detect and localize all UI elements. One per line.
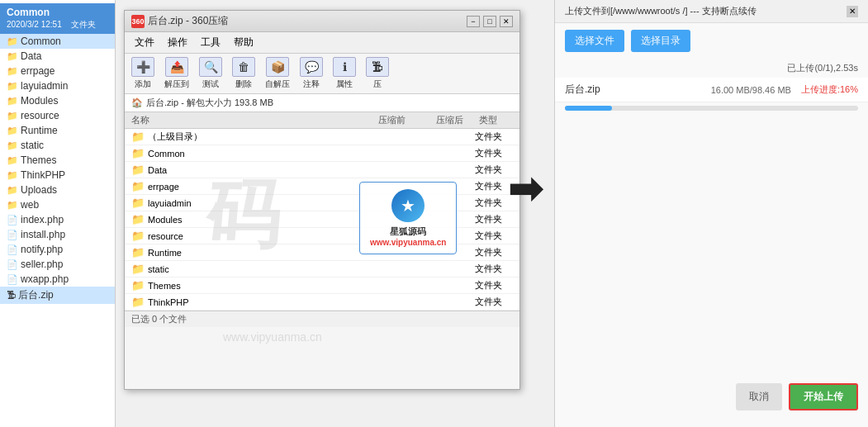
test-icon: 🔍: [199, 57, 222, 77]
zip-file-name: 📁 Data: [131, 164, 348, 176]
tree-item-Themes[interactable]: Themes: [0, 153, 115, 168]
start-upload-button[interactable]: 开始上传: [789, 383, 858, 410]
zip-file-row[interactable]: 📁 Data文件夹: [125, 162, 519, 178]
toolbar-properties-label: 属性: [336, 78, 353, 90]
properties-icon: ℹ: [333, 57, 356, 77]
zip-file-type: 文件夹: [463, 230, 513, 242]
zip-info-text: 已选 0 个文件: [131, 314, 187, 324]
zip-file-row[interactable]: 📁 Modules文件夹: [125, 211, 519, 228]
menu-file[interactable]: 文件: [128, 34, 161, 51]
toolbar-delete[interactable]: 🗑 删除: [232, 57, 255, 90]
col-header-original: 压缩后: [406, 114, 463, 126]
tree-item-Modules[interactable]: Modules: [0, 93, 115, 108]
tree-item-errpage[interactable]: errpage: [0, 64, 115, 78]
upload-file-size: 16.00 MB/98.46 MB: [711, 85, 791, 95]
select-dir-button[interactable]: 选择目录: [631, 30, 690, 52]
toolbar-extract-label: 解压到: [164, 78, 189, 90]
selfextract-icon: 📦: [266, 57, 289, 77]
zip-file-row[interactable]: 📁 layuiadmin文件夹: [125, 195, 519, 211]
left-panel-header: Common 2020/3/2 12:51 文件夹: [0, 3, 115, 34]
zip-file-row[interactable]: 📁 ThinkPHP文件夹: [125, 294, 519, 311]
zip-file-type: 文件夹: [463, 130, 513, 143]
zip-file-name: 📁 resource: [131, 230, 348, 242]
upload-progress-bar-container: [565, 106, 858, 111]
menu-tools[interactable]: 工具: [194, 34, 227, 51]
comment-icon: 💬: [300, 57, 323, 77]
zip-file-row[interactable]: 📁 Runtime文件夹: [125, 244, 519, 261]
zip-pathbar: 🏠 后台.zip - 解包大小力 193.8 MB: [125, 94, 519, 112]
toolbar-extract[interactable]: 📤 解压到: [164, 57, 189, 90]
zip-file-name: 📁 errpage: [131, 180, 348, 192]
zip-file-type: 文件夹: [463, 213, 513, 225]
toolbar-compress[interactable]: 🗜 压: [366, 57, 389, 90]
tree-item-后台-zip[interactable]: 后台.zip: [0, 287, 115, 304]
upload-progress-bar-fill: [565, 106, 612, 111]
zip-menubar: 文件 操作 工具 帮助: [125, 32, 519, 54]
tree-item-layuiadmin[interactable]: layuiadmin: [0, 78, 115, 93]
menu-operation[interactable]: 操作: [161, 34, 194, 51]
tree-item-Runtime[interactable]: Runtime: [0, 123, 115, 138]
close-button[interactable]: ✕: [500, 16, 513, 27]
zip-file-row[interactable]: 📁 （上级目录）文件夹: [125, 129, 519, 145]
select-file-button[interactable]: 选择文件: [565, 30, 624, 52]
toolbar-comment[interactable]: 💬 注释: [300, 57, 323, 90]
tree-item-seller-php[interactable]: seller.php: [0, 257, 115, 272]
upload-buttons-row: 选择文件 选择目录: [555, 23, 868, 59]
tree-item-install-php[interactable]: install.php: [0, 227, 115, 242]
col-header-name: 名称: [131, 114, 348, 126]
toolbar-compress-label: 压: [373, 78, 382, 90]
maximize-button[interactable]: □: [483, 16, 496, 27]
tree-item-Data[interactable]: Data: [0, 49, 115, 64]
zip-file-row[interactable]: 📁 resource文件夹: [125, 228, 519, 244]
zip-titlebar: 360 后台.zip - 360压缩 − □ ✕: [125, 11, 519, 32]
tree-item-wxapp-php[interactable]: wxapp.php: [0, 272, 115, 287]
toolbar-properties[interactable]: ℹ 属性: [333, 57, 356, 90]
zip-path-icon: 🏠: [131, 97, 143, 108]
upload-progress-info: 已上传(0/1),2.53s: [555, 59, 868, 78]
zip-file-type: 文件夹: [463, 296, 513, 308]
tree-item-ThinkPHP[interactable]: ThinkPHP: [0, 168, 115, 183]
zip-file-name: 📁 Modules: [131, 213, 348, 225]
zip-file-list: 📁 （上级目录）文件夹📁 Common文件夹📁 Data文件夹📁 errpage…: [125, 129, 519, 311]
minimize-button[interactable]: −: [467, 16, 480, 27]
zip-file-name: 📁 Common: [131, 147, 348, 159]
left-panel-title: Common: [7, 7, 50, 18]
zip-window: 360 后台.zip - 360压缩 − □ ✕ 文件 操作 工具 帮助 ➕ 添…: [124, 10, 520, 390]
toolbar-test[interactable]: 🔍 测试: [199, 57, 222, 90]
upload-actions: 取消 开始上传: [736, 383, 858, 410]
tree-item-index-php[interactable]: index.php: [0, 212, 115, 227]
zip-file-row[interactable]: 📁 static文件夹: [125, 261, 519, 278]
tree-item-Common[interactable]: Common: [0, 34, 115, 49]
upload-path-suffix: /] --- 支持断点续传: [682, 6, 756, 16]
menu-help[interactable]: 帮助: [227, 34, 260, 51]
cancel-upload-button[interactable]: 取消: [736, 383, 782, 410]
toolbar-delete-label: 删除: [235, 78, 252, 90]
toolbar-test-label: 测试: [202, 78, 219, 90]
tree-item-web[interactable]: web: [0, 197, 115, 212]
col-header-type: 类型: [463, 114, 513, 126]
upload-close-button[interactable]: ✕: [847, 6, 858, 17]
col-header-compressed: 压缩前: [348, 114, 406, 126]
zip-app-icon: 360: [131, 15, 145, 28]
toolbar-add[interactable]: ➕ 添加: [131, 57, 154, 90]
zip-file-type: 文件夹: [463, 263, 513, 275]
zip-file-row[interactable]: 📁 Common文件夹: [125, 145, 519, 162]
toolbar-selfextract[interactable]: 📦 自解压: [265, 57, 290, 90]
toolbar-add-label: 添加: [135, 78, 151, 90]
left-panel-date: 2020/3/2 12:51: [7, 20, 62, 29]
zip-file-name: 📁 layuiadmin: [131, 197, 348, 209]
tree-item-resource[interactable]: resource: [0, 108, 115, 123]
zip-path: 后台.zip - 解包大小力 193.8 MB: [146, 97, 273, 109]
left-panel-type: 文件夹: [71, 20, 96, 29]
tree-item-static[interactable]: static: [0, 138, 115, 153]
zip-list-header: 名称 压缩前 压缩后 类型: [125, 112, 519, 129]
zip-file-row[interactable]: 📁 Themes文件夹: [125, 278, 519, 294]
zip-file-name: 📁 ThinkPHP: [131, 296, 348, 308]
tree-item-notify-php[interactable]: notify.php: [0, 242, 115, 257]
tree-item-Uploads[interactable]: Uploads: [0, 183, 115, 197]
add-icon: ➕: [131, 57, 154, 77]
zip-file-row[interactable]: 📁 errpage文件夹: [125, 178, 519, 195]
zip-file-type: 文件夹: [463, 147, 513, 159]
zip-file-type: 文件夹: [463, 180, 513, 192]
left-tree: CommonDataerrpagelayuiadminModulesresour…: [0, 34, 115, 304]
